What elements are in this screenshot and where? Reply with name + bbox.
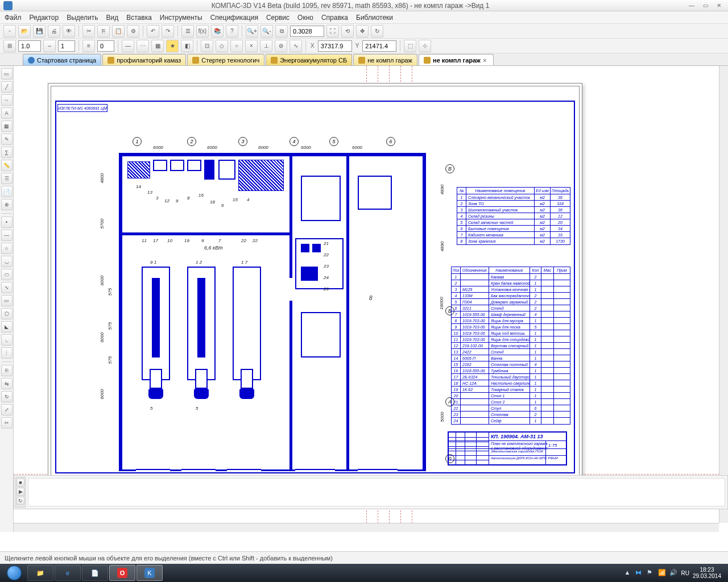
layer-button[interactable]: ≡ bbox=[82, 40, 95, 52]
select-tool[interactable]: ▭ bbox=[1, 68, 13, 80]
snap-near-button[interactable]: ∿ bbox=[289, 40, 302, 52]
tray-clock[interactable]: 18:23 29.03.2014 bbox=[693, 567, 721, 579]
tray-lang[interactable]: RU bbox=[681, 570, 689, 576]
tab-doc-3[interactable]: Энергоаккумулятор СБ bbox=[266, 54, 352, 65]
mirror-tool[interactable]: ⇋ bbox=[1, 378, 13, 389]
zoom-window-button[interactable]: ⧉ bbox=[275, 25, 288, 38]
close-tab-icon[interactable]: × bbox=[483, 57, 489, 64]
zoom-prev-button[interactable]: ⟲ bbox=[341, 25, 354, 38]
step-input[interactable] bbox=[58, 40, 75, 52]
tray-bluetooth-icon[interactable]: ⧓ bbox=[635, 569, 643, 577]
style-3-button[interactable]: ▦ bbox=[151, 40, 164, 52]
arc-tool[interactable]: ◡ bbox=[1, 256, 13, 267]
dimension-tool[interactable]: ↔ bbox=[1, 94, 13, 106]
task-opera[interactable]: O bbox=[109, 565, 135, 581]
task-explorer[interactable]: 📁 bbox=[27, 565, 53, 581]
menu-select[interactable]: Выделить bbox=[67, 14, 98, 22]
polygon-tool[interactable]: ⬠ bbox=[1, 308, 13, 319]
chamfer-tool[interactable]: ◣ bbox=[1, 321, 13, 332]
local-cs-button[interactable]: ⊹ bbox=[419, 40, 431, 52]
task-ie[interactable]: e bbox=[55, 565, 81, 581]
menu-libraries[interactable]: Библиотеки bbox=[356, 14, 393, 22]
edit-tool[interactable]: ✎ bbox=[1, 134, 13, 145]
zoom-in-button[interactable]: 🔍+ bbox=[246, 25, 258, 38]
print-button[interactable]: 🖨 bbox=[48, 25, 60, 38]
preview-button[interactable]: 👁 bbox=[63, 25, 75, 38]
undo-button[interactable]: ↶ bbox=[147, 25, 159, 38]
copy-button[interactable]: ⎘ bbox=[97, 25, 110, 38]
spline-tool[interactable]: ∿ bbox=[1, 282, 13, 293]
style-1-button[interactable]: — bbox=[122, 40, 134, 52]
step-button[interactable]: ↔ bbox=[43, 40, 56, 52]
insert-tool[interactable]: ⊕ bbox=[1, 199, 13, 210]
snap-end-button[interactable]: ⊡ bbox=[201, 40, 213, 52]
report-tool[interactable]: 📄 bbox=[1, 186, 13, 197]
hatch-tool[interactable]: ▦ bbox=[1, 120, 13, 132]
start-button[interactable] bbox=[2, 565, 26, 581]
tray-flag-icon[interactable]: ⚑ bbox=[647, 569, 655, 577]
menu-help[interactable]: Справка bbox=[321, 14, 348, 22]
prop-apply-button[interactable]: ▶ bbox=[16, 488, 24, 496]
snap-perp-button[interactable]: ⊥ bbox=[260, 40, 272, 52]
tab-doc-5-active[interactable]: не компл гараж× bbox=[419, 54, 494, 65]
minimize-button[interactable]: — bbox=[686, 2, 697, 10]
style-2-button[interactable]: ⋯ bbox=[136, 40, 149, 52]
close-button[interactable]: ✕ bbox=[713, 2, 725, 10]
prop-auto-button[interactable]: ↻ bbox=[16, 497, 24, 505]
scale-tool[interactable]: ⤢ bbox=[1, 404, 13, 415]
copy-geom-tool[interactable]: ⎘ bbox=[1, 365, 13, 376]
menu-file[interactable]: Файл bbox=[5, 14, 22, 22]
zoom-fit-button[interactable]: ⛶ bbox=[326, 25, 339, 38]
rotate-tool[interactable]: ↻ bbox=[1, 391, 13, 402]
tray-network-icon[interactable]: 📶 bbox=[658, 569, 666, 577]
layer-input[interactable] bbox=[97, 40, 114, 52]
spec-tool[interactable]: ☰ bbox=[1, 173, 13, 184]
style-4-button[interactable]: ★ bbox=[166, 40, 179, 52]
variables-button[interactable]: f(x) bbox=[196, 25, 209, 38]
zoom-input[interactable] bbox=[290, 26, 324, 37]
ortho-button[interactable]: ⬚ bbox=[404, 40, 416, 52]
measure-tool[interactable]: 📏 bbox=[1, 160, 13, 171]
trim-tool[interactable]: ✂ bbox=[1, 417, 13, 429]
new-button[interactable]: ▫ bbox=[3, 25, 16, 38]
vertical-scrollbar[interactable] bbox=[719, 66, 728, 523]
grid-button[interactable]: ⊞ bbox=[3, 40, 16, 52]
prop-stop-button[interactable]: ■ bbox=[16, 479, 24, 487]
redo-button[interactable]: ↷ bbox=[162, 25, 174, 38]
param-tool[interactable]: ∑ bbox=[1, 147, 13, 158]
menu-insert[interactable]: Вставка bbox=[126, 14, 152, 22]
text-tool[interactable]: A bbox=[1, 107, 13, 119]
coord-x-input[interactable] bbox=[318, 40, 352, 52]
circle-tool[interactable]: ○ bbox=[1, 243, 13, 254]
task-notepad[interactable]: 📄 bbox=[82, 565, 108, 581]
snap-mid-button[interactable]: ◇ bbox=[216, 40, 228, 52]
menu-window[interactable]: Окно bbox=[297, 14, 313, 22]
help-button[interactable]: ? bbox=[226, 25, 238, 38]
drawing-canvas[interactable]: ИЗГЛЕТИ-М1 4060691 ЦМ 1 2 3 4 5 6 6000 6… bbox=[14, 66, 728, 532]
refresh-button[interactable]: ↻ bbox=[371, 25, 383, 38]
tab-doc-2[interactable]: Стертер технологич bbox=[187, 54, 264, 65]
line-tool[interactable]: ╱ bbox=[1, 81, 13, 93]
scale-input[interactable] bbox=[18, 40, 41, 52]
style-5-button[interactable]: ◧ bbox=[181, 40, 193, 52]
horizontal-scrollbar[interactable] bbox=[14, 523, 719, 532]
menu-service[interactable]: Сервис bbox=[266, 14, 289, 22]
menu-tools[interactable]: Инструменты bbox=[160, 14, 202, 22]
snap-tangent-button[interactable]: ⊘ bbox=[275, 40, 287, 52]
zoom-out-button[interactable]: 🔍- bbox=[260, 25, 273, 38]
tray-volume-icon[interactable]: 🔊 bbox=[669, 569, 677, 577]
point-tool[interactable]: • bbox=[1, 217, 13, 228]
tray-up-icon[interactable]: ▲ bbox=[624, 569, 632, 577]
open-button[interactable]: 📂 bbox=[18, 25, 31, 38]
segment-tool[interactable]: — bbox=[1, 230, 13, 241]
fillet-tool[interactable]: ◟ bbox=[1, 334, 13, 346]
menu-editor[interactable]: Редактор bbox=[30, 14, 59, 22]
coord-y-input[interactable] bbox=[362, 40, 396, 52]
ellipse-tool[interactable]: ⬭ bbox=[1, 269, 13, 280]
snap-center-button[interactable]: ○ bbox=[230, 40, 243, 52]
cut-button[interactable]: ✂ bbox=[82, 25, 95, 38]
tab-doc-1[interactable]: профилакторий камаз bbox=[102, 54, 186, 65]
snap-intersect-button[interactable]: × bbox=[245, 40, 258, 52]
menu-spec[interactable]: Спецификация bbox=[210, 14, 258, 22]
tab-doc-4[interactable]: не компл гараж bbox=[353, 54, 417, 65]
